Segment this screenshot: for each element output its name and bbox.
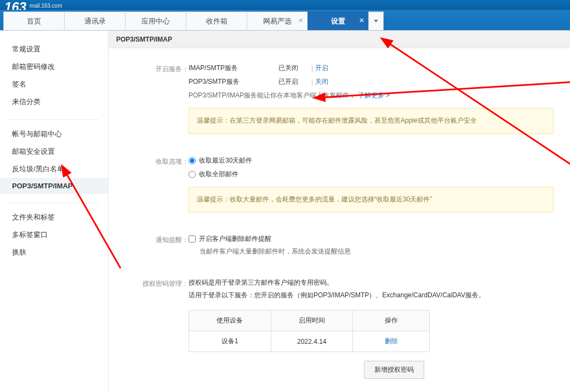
sidebar-item-account[interactable]: 帐号与邮箱中心 [0,125,108,143]
table-cell: 设备1 [189,331,271,352]
service-disable-link[interactable]: 关闭 [315,77,328,87]
radio-label: 收取全部邮件 [199,170,238,179]
tab-appcenter[interactable]: 应用中心 [125,11,186,30]
service-name: POP3/SMTP服务 [189,77,278,87]
learn-more-link[interactable]: 了解更多 > [358,91,390,99]
close-icon[interactable]: × [299,16,303,24]
sidebar-item-label: 邮箱安全设置 [12,147,55,155]
sidebar-item-label: 来信分类 [12,97,41,106]
tab-settings[interactable]: 设置 × [307,11,369,30]
tab-contacts[interactable]: 通讯录 [64,11,126,30]
tip-box: 温馨提示：收取大量邮件，会耗费您更多的流量，建议您选择“收取最近30天邮件” [189,187,554,213]
radio-input[interactable] [189,157,196,164]
brand-sub: mail.163.com [30,3,62,9]
sidebar-item-label: 签名 [12,80,26,88]
table-cell: 2022.4.14 [271,331,353,352]
app-header: 163 mail.163.com [0,0,570,10]
sidebar-item-signature[interactable]: 签名 [0,76,108,93]
service-status: 已开启 [278,77,309,87]
sidebar-item-multitab[interactable]: 多标签窗口 [0,226,108,244]
tip-box: 温馨提示：在第三方登录网易邮箱，可能存在邮件泄露风险，甚至危害Apple或其他平… [189,108,554,134]
receive-opt-all[interactable]: 收取全部邮件 [189,170,554,179]
auth-desc: 授权码是用于登录第三方邮件客户端的专用密码。 [189,278,554,287]
checkbox-label: 开启客户端删除邮件提醒 [199,234,271,244]
delete-link[interactable]: 删除 [385,337,398,345]
field-label: 收取选项： [125,156,189,166]
radio-label: 收取最近30天邮件 [199,156,252,165]
add-auth-password-button[interactable]: 新增授权密码 [364,361,424,379]
chevron-down-icon [374,20,378,22]
tab-dropdown[interactable] [368,11,384,30]
sidebar-item-label: 常规设置 [12,45,41,53]
tab-label: 网易严选 [263,16,292,26]
sidebar-item-label: 换肤 [12,248,26,256]
sidebar-item-label: 多标签窗口 [12,230,48,239]
tab-label: 设置 [331,16,345,26]
auth-desc: 适用于登录以下服务：您开启的服务（例如POP3/IMAP/SMTP）、Excha… [189,291,554,300]
tab-label: 通讯录 [84,16,106,26]
service-status: 已关闭 [278,64,309,73]
tab-bar: 首页 通讯录 应用中心 收件箱 网易严选 × 设置 × [0,10,570,31]
service-enable-link[interactable]: 开启 [315,64,328,73]
table-header: 使用设备 [189,310,271,331]
notify-desc: 当邮件客户端大量删除邮件时，系统会发送提醒信息 [189,247,554,256]
sidebar-item-folders[interactable]: 文件夹和标签 [0,209,108,226]
sidebar-item-spam[interactable]: 反垃圾/黑白名单 [0,160,108,178]
sidebar-item-security[interactable]: 邮箱安全设置 [0,143,108,160]
radio-input[interactable] [189,171,196,178]
receive-opt-30days[interactable]: 收取最近30天邮件 [189,156,554,165]
sidebar-item-label: 文件夹和标签 [12,213,55,221]
table-row: 设备1 2022.4.14 删除 [189,331,430,352]
tab-home[interactable]: 首页 [3,11,65,30]
settings-sidebar: 常规设置 邮箱密码修改 签名 来信分类 帐号与邮箱中心 邮箱安全设置 反垃圾/黑… [0,31,109,392]
table-header: 启用时间 [271,310,353,331]
sidebar-item-label: 帐号与邮箱中心 [12,130,62,138]
sidebar-item-label: 邮箱密码修改 [12,62,55,71]
sidebar-item-label: 反垃圾/黑白名单 [12,165,64,173]
notify-checkbox-row[interactable]: 开启客户端删除邮件提醒 [189,234,554,244]
tab-yanxuan[interactable]: 网易严选 × [247,11,308,30]
tab-inbox[interactable]: 收件箱 [186,11,247,30]
field-label: 开启服务： [125,64,189,74]
sidebar-item-label: POP3/SMTP/IMAP [12,182,73,190]
field-label: 授权密码管理： [125,278,189,289]
close-icon[interactable]: × [360,16,364,24]
section-header: POP3/SMTP/IMAP [109,31,570,48]
sidebar-item-pop3[interactable]: POP3/SMTP/IMAP [0,178,108,194]
auth-table: 使用设备 启用时间 操作 设备1 2022.4.14 删除 [189,310,430,352]
sidebar-item-filter[interactable]: 来信分类 [0,93,108,111]
tab-label: 首页 [27,16,41,26]
table-header: 操作 [353,310,430,331]
brand-name: 163 [4,2,26,10]
main-panel: POP3/SMTP/IMAP 开启服务： IMAP/SMTP服务 已关闭 | 开… [109,31,570,392]
tip-text: 温馨提示：在第三方登录网易邮箱，可能存在邮件泄露风险，甚至危害Apple或其他平… [197,117,477,124]
service-name: IMAP/SMTP服务 [189,64,278,73]
section-title: POP3/SMTP/IMAP [116,36,172,43]
tab-label: 应用中心 [141,16,170,26]
sidebar-item-password[interactable]: 邮箱密码修改 [0,58,108,76]
sidebar-item-general[interactable]: 常规设置 [0,41,108,58]
checkbox-input[interactable] [189,235,196,243]
field-label: 通知提醒： [125,234,189,245]
service-desc: POP3/SMTP/IMAP服务能让你在本地客户端上收发邮件， [189,91,356,99]
tip-text: 温馨提示：收取大量邮件，会耗费您更多的流量，建议您选择“收取最近30天邮件” [197,195,432,203]
sidebar-item-skin[interactable]: 换肤 [0,244,108,261]
tab-label: 收件箱 [206,16,227,26]
